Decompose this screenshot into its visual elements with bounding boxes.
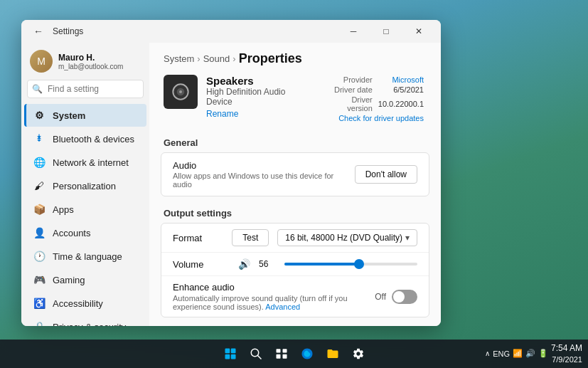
- breadcrumb-sound[interactable]: Sound: [203, 53, 230, 64]
- main-content: System › Sound › Properties: [149, 43, 441, 326]
- sidebar-item-accounts-label: Accounts: [53, 228, 90, 238]
- general-card: Audio Allow apps and Windows to use this…: [161, 152, 429, 196]
- sidebar-item-time[interactable]: 🕐 Time & language: [24, 245, 146, 268]
- output-section-title: Output settings: [149, 202, 441, 223]
- toggle-label: Off: [375, 292, 386, 302]
- maximize-button[interactable]: □: [370, 20, 402, 43]
- driver-update-link[interactable]: Check for driver updates: [338, 114, 424, 122]
- start-button[interactable]: [219, 342, 242, 365]
- apps-icon: 📦: [33, 203, 46, 216]
- title-bar: ← Settings ─ □ ✕: [21, 20, 441, 43]
- taskbar-icons-group: 📶 🔊 🔋: [513, 349, 548, 358]
- svg-rect-12: [282, 354, 287, 359]
- minimize-button[interactable]: ─: [337, 20, 370, 43]
- back-button[interactable]: ←: [30, 23, 47, 40]
- enhance-toggle: Off: [375, 290, 417, 304]
- breadcrumb-system[interactable]: System: [164, 53, 194, 64]
- spatial-section-title: Spatial sound: [149, 323, 441, 326]
- breadcrumb-current: Properties: [239, 51, 302, 66]
- personalization-icon: 🖌: [33, 179, 46, 192]
- sidebar-user: M Mauro H. m_lab@outlook.com: [21, 46, 149, 77]
- taskbar-time-display: 7:54 AM: [551, 343, 582, 354]
- svg-point-2: [179, 90, 182, 93]
- svg-rect-9: [276, 349, 280, 352]
- settings-window: ← Settings ─ □ ✕ M Mauro H. m_lab@outloo…: [21, 20, 441, 326]
- close-button[interactable]: ✕: [402, 20, 435, 43]
- user-email: m_lab@outlook.com: [58, 63, 123, 70]
- sidebar-item-privacy[interactable]: 🔒 Privacy & security: [24, 315, 146, 326]
- battery-tray-icon: 🔋: [538, 349, 548, 358]
- sidebar-item-bluetooth[interactable]: Bluetooth & devices: [24, 127, 146, 150]
- sidebar-item-accounts[interactable]: 👤 Accounts: [24, 221, 146, 244]
- sidebar-item-gaming[interactable]: 🎮 Gaming: [24, 268, 146, 291]
- driver-date-value: 6/5/2021: [375, 85, 427, 95]
- sidebar-item-network[interactable]: 🌐 Network & internet: [24, 151, 146, 174]
- volume-label: Volume: [173, 259, 230, 270]
- sidebar-item-time-label: Time & language: [53, 251, 122, 262]
- avatar: M: [30, 50, 53, 73]
- sidebar-item-system[interactable]: ⚙ System: [24, 104, 146, 127]
- search-input[interactable]: [27, 80, 144, 98]
- taskbar: ∧ ENG 📶 🔊 🔋 7:54 AM 7/9/2021: [0, 340, 588, 368]
- enhance-title: Enhance audio: [173, 282, 366, 293]
- sidebar-item-personalization-label: Personalization: [53, 181, 116, 191]
- advanced-link[interactable]: Advanced: [265, 303, 300, 311]
- dont-allow-button[interactable]: Don't allow: [355, 165, 417, 184]
- audio-desc: Allow apps and Windows to use this devic…: [173, 172, 346, 189]
- toggle-switch[interactable]: [392, 290, 417, 304]
- svg-rect-11: [276, 354, 280, 359]
- gaming-icon: 🎮: [33, 273, 46, 286]
- provider-value: Microsoft: [375, 75, 427, 85]
- taskbar-time[interactable]: 7:54 AM 7/9/2021: [551, 343, 582, 364]
- device-name: Speakers: [206, 75, 314, 87]
- volume-row: Volume 🔊 56: [161, 252, 429, 275]
- taskbar-center: [219, 342, 370, 365]
- system-tray-chevron[interactable]: ∧: [485, 349, 490, 357]
- provider-label: Provider: [322, 75, 375, 85]
- format-row: Format Test 16 bit, 48000 Hz (DVD Qualit…: [161, 224, 429, 252]
- sidebar-item-apps-label: Apps: [53, 204, 74, 215]
- speaker-tray-icon: 🔊: [525, 349, 535, 358]
- language-indicator: ENG: [493, 349, 510, 358]
- enhance-row: Enhance audio Automatically improve soun…: [161, 275, 429, 317]
- slider-fill: [284, 263, 359, 266]
- accessibility-icon: ♿: [33, 297, 46, 310]
- settings-taskbar-button[interactable]: [347, 342, 370, 365]
- rename-link[interactable]: Rename: [206, 109, 238, 119]
- volume-slider[interactable]: [284, 263, 417, 266]
- enhance-desc: Automatically improve sound quality (tur…: [173, 294, 366, 311]
- device-sub: High Definition Audio Device: [206, 87, 314, 107]
- svg-rect-10: [282, 349, 287, 352]
- network-tray-icon: 📶: [513, 349, 523, 358]
- sidebar-item-personalization[interactable]: 🖌 Personalization: [24, 174, 146, 197]
- test-button[interactable]: Test: [232, 229, 269, 246]
- taskbar-date-display: 7/9/2021: [551, 354, 582, 364]
- sidebar-item-accessibility[interactable]: ♿ Accessibility: [24, 292, 146, 315]
- enhance-desc-text: Automatically improve sound quality (tur…: [173, 294, 348, 311]
- sidebar-item-system-label: System: [53, 110, 85, 121]
- desktop: ← Settings ─ □ ✕ M Mauro H. m_lab@outloo…: [0, 0, 588, 368]
- svg-rect-6: [230, 354, 235, 359]
- search-icon: 🔍: [32, 84, 43, 94]
- accounts-icon: 👤: [33, 226, 46, 239]
- edge-button[interactable]: [296, 342, 319, 365]
- sidebar-item-privacy-label: Privacy & security: [53, 322, 126, 327]
- user-name: Mauro H.: [58, 53, 123, 63]
- bluetooth-icon: [33, 132, 46, 145]
- task-view-button[interactable]: [270, 342, 293, 365]
- sidebar-item-bluetooth-label: Bluetooth & devices: [53, 134, 134, 144]
- output-card: Format Test 16 bit, 48000 Hz (DVD Qualit…: [161, 223, 429, 317]
- time-icon: 🕐: [33, 250, 46, 263]
- driver-version-value: 10.0.22000.1: [375, 95, 427, 113]
- svg-rect-5: [225, 354, 230, 359]
- slider-thumb[interactable]: [354, 259, 364, 269]
- format-select[interactable]: 16 bit, 48000 Hz (DVD Quality) ▾: [277, 229, 417, 246]
- sidebar-item-apps[interactable]: 📦 Apps: [24, 198, 146, 221]
- file-explorer-button[interactable]: [321, 342, 344, 365]
- volume-value: 56: [259, 259, 276, 269]
- volume-icon: 🔊: [238, 258, 250, 270]
- sidebar-item-gaming-label: Gaming: [53, 275, 85, 285]
- format-value: 16 bit, 48000 Hz (DVD Quality): [285, 233, 402, 243]
- search-taskbar-button[interactable]: [245, 342, 267, 365]
- general-section-title: General: [149, 132, 441, 152]
